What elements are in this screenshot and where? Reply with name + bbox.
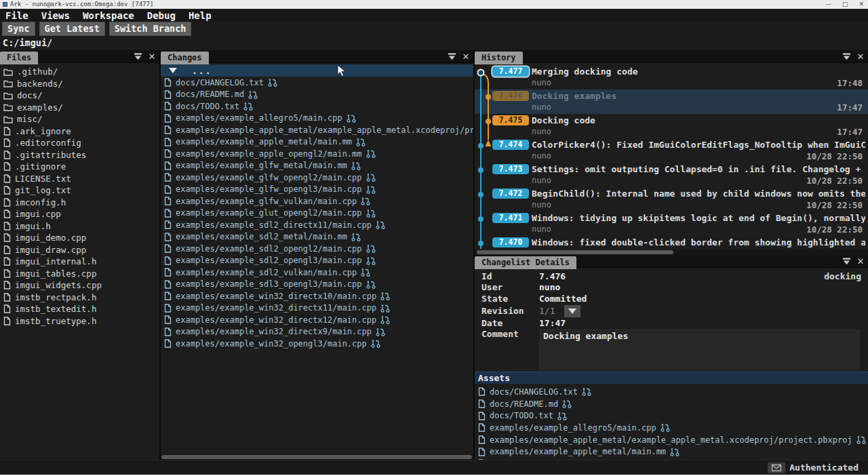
get-latest-button[interactable]: Get Latest [39, 22, 105, 36]
file-name: imgui_internal.h [15, 256, 96, 266]
change-row[interactable]: examples/example_sdl2_opengl3/main.cpp [161, 255, 473, 267]
filter-icon[interactable] [447, 52, 456, 62]
change-row[interactable]: examples/example_glfw_vulkan/main.cpp [161, 195, 473, 207]
document-icon [164, 138, 172, 146]
close-panel-icon[interactable]: ✕ [856, 52, 865, 62]
change-row[interactable]: examples/example_allegro5/main.cpp [161, 113, 473, 125]
history-entry[interactable]: 7.474ColorPicker4(): Fixed ImGuiColorEdi… [475, 138, 868, 163]
file-row[interactable]: .github/ [0, 66, 159, 78]
file-row[interactable]: imgui_demo.cpp [0, 232, 159, 244]
file-row[interactable]: misc/ [0, 113, 159, 125]
switch-branch-button[interactable]: Switch Branch [109, 22, 192, 36]
change-row[interactable]: docs/README.md [161, 89, 473, 101]
document-icon [3, 281, 11, 290]
file-row[interactable]: .ark_ignore [0, 125, 159, 138]
toolbar: SyncGet LatestSwitch Branch [0, 22, 868, 36]
history-entry[interactable]: 7.472BeginChild(): Internal name used by… [475, 187, 868, 212]
history-entry[interactable]: 7.475Docking codenuno17:47 [475, 114, 868, 138]
file-row[interactable]: imgui_tables.cpp [0, 268, 159, 280]
comment-box[interactable]: Docking examples [539, 329, 860, 371]
changes-root-row[interactable]: ... [161, 64, 473, 77]
document-icon [164, 256, 172, 265]
change-row[interactable]: examples/example_win32_opengl3/main.cpp [161, 338, 473, 350]
menu-item-workspace[interactable]: Workspace [83, 10, 134, 21]
file-row[interactable]: imgui.cpp [0, 208, 159, 220]
history-hscrollbar[interactable] [475, 250, 868, 255]
history-entry[interactable]: 7.471Windows: tidying up skipitems logic… [475, 212, 868, 236]
change-row[interactable]: docs/TODO.txt [161, 100, 473, 113]
file-row[interactable]: imstb_truetype.h [0, 315, 159, 328]
change-row[interactable]: docs/CHANGELOG.txt [161, 77, 473, 89]
file-row[interactable]: imgui_internal.h [0, 256, 159, 268]
document-icon [164, 173, 172, 182]
branch-icon [366, 280, 376, 289]
change-row[interactable]: examples/example_win32_directx12/main.cp… [161, 314, 473, 326]
menu-item-views[interactable]: Views [41, 10, 70, 21]
change-row[interactable]: examples/example_sdl2_metal/main.mm [161, 231, 473, 243]
file-row[interactable]: imgui_widgets.cpp [0, 279, 159, 292]
change-row[interactable]: examples/example_win32_directx10/main.cp… [161, 290, 473, 302]
file-row[interactable]: docs/ [0, 90, 159, 102]
file-row[interactable]: LICENSE.txt [0, 173, 159, 185]
file-row[interactable]: imgui.h [0, 220, 159, 233]
mail-button[interactable] [768, 462, 785, 473]
change-row[interactable]: examples/example_glfw_opengl3/main.cpp [161, 184, 473, 196]
asset-row[interactable]: docs/CHANGELOG.txt [475, 386, 868, 398]
filter-icon[interactable] [842, 257, 851, 266]
asset-row[interactable]: docs/README.md [475, 398, 868, 410]
asset-row[interactable]: examples/example_apple_metal/example_app… [475, 434, 868, 446]
filter-icon[interactable] [133, 52, 142, 62]
file-row[interactable]: imconfig.h [0, 197, 159, 209]
close-panel-icon[interactable]: ✕ [856, 257, 865, 266]
asset-row[interactable]: examples/example_apple_metal/main.mm [475, 445, 868, 458]
asset-path: docs/README.md [490, 399, 558, 409]
window-title: Ark - nuno@ark-vcs.com:Omega:dev [7477] [10, 0, 153, 9]
collapse-triangle-icon[interactable] [169, 68, 177, 73]
menu-item-file[interactable]: File [5, 10, 28, 21]
file-row[interactable]: git_log.txt [0, 184, 159, 197]
file-row[interactable]: examples/ [0, 102, 159, 114]
history-entry[interactable]: 7.470Windows: fixed double-clicked borde… [475, 236, 868, 249]
changes-hscrollbar[interactable] [161, 454, 473, 460]
tab-files[interactable]: Files [0, 52, 38, 64]
history-entry[interactable]: 7.477Merging docking codenuno17:48 [475, 65, 868, 90]
change-row[interactable]: examples/example_apple_metal/main.mm [161, 136, 473, 148]
filter-icon[interactable] [842, 52, 851, 62]
change-row[interactable]: examples/example_sdl2_opengl2/main.cpp [161, 243, 473, 255]
file-row[interactable]: imgui_draw.cpp [0, 244, 159, 256]
file-row[interactable]: backends/ [0, 78, 159, 90]
asset-row[interactable]: examples/example_allegro5/main.cpp [475, 422, 868, 434]
maximize-button[interactable]: □ [842, 0, 848, 9]
file-row[interactable]: imstb_textedit.h [0, 303, 159, 315]
file-row[interactable]: .gitattributes [0, 149, 159, 161]
commit-time: 17:47 [837, 127, 863, 137]
change-row[interactable]: examples/example_glfw_opengl2/main.cpp [161, 172, 473, 184]
change-row[interactable]: examples/example_glfw_metal/main.mm [161, 160, 473, 172]
branch-icon [371, 339, 380, 348]
file-row[interactable]: .editorconfig [0, 137, 159, 149]
branch-icon [376, 220, 385, 229]
change-row[interactable]: examples/example_sdl2_directx11/main.cpp [161, 219, 473, 231]
menu-item-debug[interactable]: Debug [147, 10, 176, 21]
change-row[interactable]: examples/example_win32_directx9/main.cpp [161, 326, 473, 338]
revision-dropdown[interactable] [564, 305, 580, 317]
close-panel-icon[interactable]: ✕ [147, 52, 157, 62]
change-row[interactable]: examples/example_win32_directx11/main.cp… [161, 302, 473, 315]
asset-row[interactable]: docs/TODO.txt [475, 410, 868, 422]
sync-button[interactable]: Sync [2, 22, 35, 36]
change-row[interactable]: examples/example_apple_metal/example_app… [161, 124, 473, 136]
close-button[interactable]: ✕ [859, 0, 864, 9]
close-panel-icon[interactable]: ✕ [461, 52, 471, 62]
file-row[interactable]: imstb_rectpack.h [0, 292, 159, 304]
history-entry[interactable]: 7.476Docking examplesnuno17:47 [475, 90, 868, 114]
change-row[interactable]: examples/example_glut_opengl2/main.cpp [161, 207, 473, 220]
change-row[interactable]: examples/example_apple_opengl2/main.mm [161, 148, 473, 160]
change-row[interactable]: examples/example_sdl3_opengl3/main.cpp [161, 279, 473, 291]
history-entry[interactable]: 7.473Settings: omit outputing Collapsed=… [475, 163, 868, 187]
tab-changes[interactable]: Changes [161, 52, 209, 64]
change-row[interactable]: examples/example_sdl2_vulkan/main.cpp [161, 266, 473, 279]
menu-item-help[interactable]: Help [189, 10, 212, 21]
file-row[interactable]: .gitignore [0, 161, 159, 173]
file-name: imgui_demo.cpp [15, 233, 86, 243]
minimize-button[interactable]: — [825, 0, 831, 9]
